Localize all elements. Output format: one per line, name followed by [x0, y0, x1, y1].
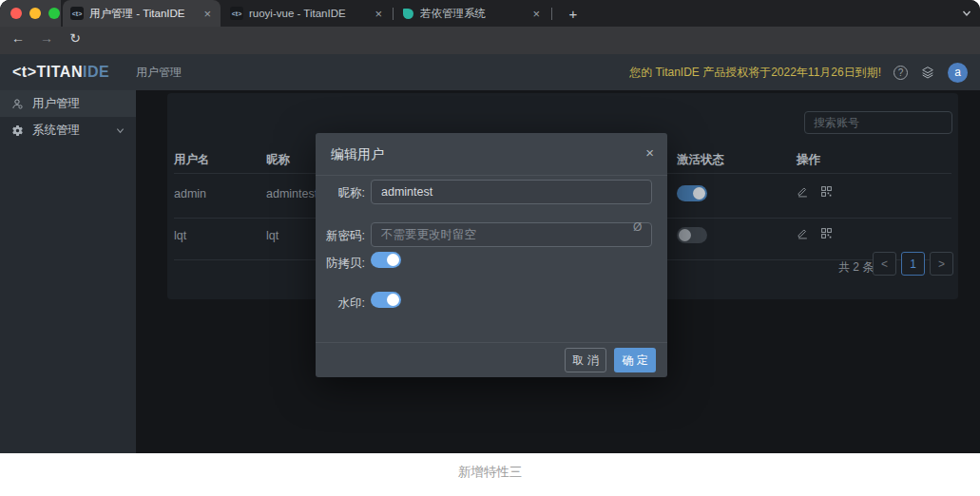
chevron-down-icon [116, 126, 125, 135]
cell-nickname: lqt [266, 229, 279, 242]
tab-strip: <t> 用户管理 - TitanIDE × <t> ruoyi-vue - Ti… [0, 0, 980, 27]
column-header-actions: 操作 [797, 152, 820, 168]
browser-toolbar: ← → ↻ start.titanide.cn /ide/web/admin/s… [0, 27, 980, 54]
pagination-prev-button[interactable]: < [873, 252, 896, 276]
sidebar-item-label: 系统管理 [32, 123, 80, 139]
close-window-button[interactable] [10, 8, 22, 19]
qr-code-icon[interactable] [820, 227, 833, 239]
column-header-nickname: 昵称 [266, 152, 290, 168]
minimize-window-button[interactable] [29, 8, 41, 19]
browser-window: <t> 用户管理 - TitanIDE × <t> ruoyi-vue - Ti… [0, 0, 980, 453]
avatar[interactable]: a [948, 63, 968, 83]
column-header-active-status: 激活状态 [677, 152, 724, 168]
app-header: <t>TITANIDE 用户管理 您的 TitanIDE 产品授权将于2022年… [0, 54, 980, 90]
tab-close-icon[interactable]: × [202, 7, 213, 21]
active-status-toggle[interactable] [677, 227, 707, 243]
ruoyi-favicon-icon [401, 7, 414, 20]
new-password-label: 新密码: [316, 228, 365, 244]
nickname-field[interactable] [371, 180, 652, 204]
maximize-window-button[interactable] [48, 8, 60, 19]
edit-icon[interactable] [797, 227, 809, 239]
watermark-toggle[interactable] [371, 292, 401, 308]
forward-button[interactable]: → [36, 30, 57, 46]
cell-nickname: admintest [266, 187, 317, 200]
tab-title: 若依管理系统 [420, 7, 525, 21]
tab-close-icon[interactable]: × [530, 7, 542, 21]
sidebar-item-user-management[interactable]: 用户管理 [0, 90, 136, 117]
user-icon [11, 98, 24, 110]
confirm-button[interactable]: 确 定 [614, 348, 656, 372]
tab-user-management[interactable]: <t> 用户管理 - TitanIDE × [63, 0, 221, 27]
edit-icon[interactable] [797, 185, 809, 198]
sidebar: 用户管理 系统管理 [0, 90, 136, 453]
new-tab-button[interactable]: + [563, 3, 584, 24]
tab-close-icon[interactable]: × [373, 7, 384, 21]
image-caption: 新增特性三 [0, 464, 980, 481]
tab-separator [551, 8, 552, 20]
new-password-field[interactable] [371, 222, 652, 247]
sidebar-item-system-management[interactable]: 系统管理 [0, 117, 136, 143]
cancel-button[interactable]: 取 消 [565, 348, 606, 372]
license-warning: 您的 TitanIDE 产品授权将于2022年11月26日到期! [629, 65, 881, 81]
eye-off-icon[interactable]: Ø [633, 220, 642, 234]
edit-user-dialog: 编辑用户 × 昵称: 新密码: Ø 防拷贝: 水印: 取 消 确 定 [316, 133, 667, 377]
tab-ruoyi-vue[interactable]: <t> ruoyi-vue - TitanIDE × [222, 0, 392, 27]
close-icon[interactable]: × [645, 144, 654, 161]
layers-icon[interactable] [920, 65, 935, 80]
search-input[interactable] [804, 111, 952, 134]
help-icon[interactable]: ? [894, 66, 908, 80]
anti-copy-label: 防拷贝: [316, 256, 365, 272]
titanide-logo: <t>TITANIDE [12, 64, 109, 81]
titanide-favicon-icon: <t> [230, 7, 243, 20]
divider [316, 175, 667, 176]
tab-ruoyi-admin[interactable]: 若依管理系统 × [394, 0, 549, 27]
back-button[interactable]: ← [8, 30, 29, 46]
pagination-total: 共 2 条 [838, 259, 874, 276]
divider [316, 342, 667, 343]
column-header-username: 用户名 [174, 152, 210, 168]
tab-title: ruoyi-vue - TitanIDE [249, 8, 367, 19]
tab-title: 用户管理 - TitanIDE [89, 7, 196, 21]
titanide-favicon-icon: <t> [70, 7, 84, 20]
cell-username: lqt [174, 229, 186, 242]
anti-copy-toggle[interactable] [371, 252, 401, 268]
row-actions [797, 227, 833, 239]
dialog-title: 编辑用户 [331, 146, 384, 163]
chevron-down-icon[interactable] [962, 9, 971, 18]
row-actions [797, 185, 833, 198]
active-status-toggle[interactable] [677, 185, 707, 201]
page-title: 用户管理 [136, 65, 182, 81]
cell-username: admin [174, 187, 206, 200]
reload-button[interactable]: ↻ [65, 30, 86, 46]
watermark-label: 水印: [316, 296, 365, 312]
qr-code-icon[interactable] [820, 185, 833, 198]
pagination-next-button[interactable]: > [930, 252, 953, 276]
gear-icon [11, 124, 24, 137]
macos-traffic-lights [0, 0, 61, 27]
pagination-page-1[interactable]: 1 [901, 252, 925, 276]
screenshot: <t> 用户管理 - TitanIDE × <t> ruoyi-vue - Ti… [0, 0, 980, 496]
nickname-label: 昵称: [316, 185, 365, 201]
sidebar-item-label: 用户管理 [32, 96, 80, 112]
